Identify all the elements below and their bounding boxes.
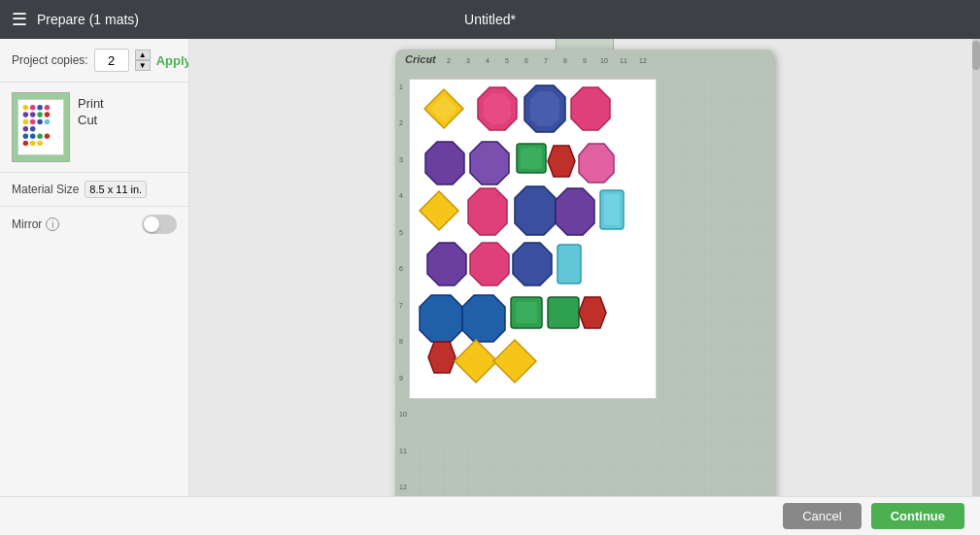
svg-point-10	[37, 119, 43, 125]
copies-input[interactable]	[94, 49, 129, 72]
document-title: Untitled*	[464, 12, 516, 27]
copies-up-button[interactable]: ▲	[135, 50, 151, 60]
menu-icon[interactable]: ☰	[12, 9, 27, 30]
apply-button[interactable]: Apply	[156, 53, 189, 68]
svg-point-3	[45, 105, 51, 111]
mirror-info-icon[interactable]: i	[46, 217, 59, 231]
print-label: Print	[78, 96, 104, 111]
scrollbar-thumb[interactable]	[972, 41, 980, 70]
svg-point-18	[23, 141, 29, 147]
mat-labels: Print Cut	[78, 92, 104, 127]
mirror-row: Mirror i	[0, 207, 188, 242]
cancel-button[interactable]: Cancel	[783, 503, 861, 529]
ruler-top: 1 2 3 4 5 6 7 8 9 10 11 12	[420, 57, 774, 64]
svg-point-19	[30, 141, 36, 147]
svg-point-7	[45, 112, 51, 117]
material-row: Material Size 8.5 x 11 in.	[0, 173, 188, 207]
copies-spinner: ▲ ▼	[135, 50, 151, 71]
svg-point-11	[45, 119, 51, 125]
copies-label: Project copies:	[12, 53, 88, 67]
mat-thumb-gems	[18, 100, 63, 154]
svg-rect-53	[662, 79, 774, 497]
svg-point-2	[37, 105, 43, 111]
svg-point-9	[30, 119, 36, 125]
svg-point-15	[30, 133, 36, 139]
mat-thumbnail[interactable]	[12, 92, 70, 162]
svg-point-14	[23, 133, 29, 139]
svg-point-13	[30, 126, 36, 132]
toggle-knob	[144, 217, 159, 232]
mirror-label-wrap: Mirror i	[12, 217, 59, 231]
scrollbar-right[interactable]	[972, 39, 980, 496]
cut-label: Cut	[78, 113, 104, 127]
continue-button[interactable]: Continue	[871, 503, 964, 529]
svg-point-0	[23, 105, 29, 111]
mat-grid-svg	[395, 69, 774, 497]
header: ☰ Prepare (1 mats) Untitled*	[0, 0, 980, 39]
mirror-toggle[interactable]	[142, 215, 177, 234]
main-area: Cricut 1 2 3 4 5 6 7 8 9 10 11 12 1 2 3	[189, 39, 980, 496]
svg-point-12	[23, 126, 29, 132]
svg-point-8	[23, 119, 29, 125]
material-label: Material Size	[12, 183, 79, 196]
svg-point-16	[37, 133, 43, 139]
material-select[interactable]: 8.5 x 11 in.	[84, 181, 147, 198]
svg-point-4	[23, 112, 29, 117]
mat-thumb-inner	[17, 99, 64, 155]
svg-point-20	[37, 141, 43, 147]
svg-point-6	[37, 112, 43, 117]
svg-point-5	[30, 112, 36, 117]
left-panel: Project copies: ▲ ▼ Apply	[0, 39, 189, 496]
copies-row: Project copies: ▲ ▼ Apply	[0, 39, 188, 83]
mat-thumbnail-row: Print Cut	[0, 83, 188, 173]
cricut-mat: Cricut 1 2 3 4 5 6 7 8 9 10 11 12 1 2 3	[395, 50, 774, 497]
svg-point-17	[45, 133, 51, 139]
bottom-bar: Cancel Continue	[0, 496, 980, 535]
svg-rect-54	[395, 448, 662, 497]
copies-down-button[interactable]: ▼	[135, 60, 151, 71]
prepare-title: Prepare (1 mats)	[37, 12, 139, 27]
svg-point-1	[30, 105, 36, 111]
mirror-label: Mirror	[12, 217, 42, 231]
